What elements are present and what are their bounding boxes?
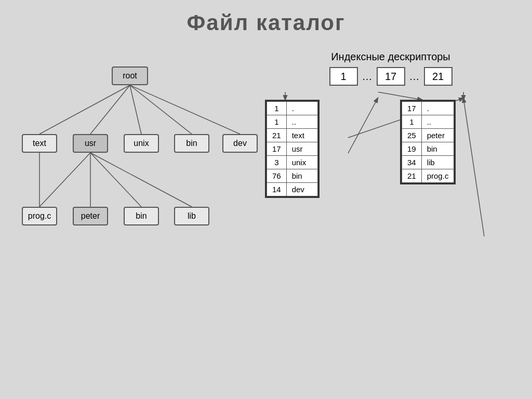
inode-section: Индексные дескрипторы 1 … 17 … 21 bbox=[265, 51, 516, 253]
node-progc: prog.c bbox=[22, 207, 57, 225]
svg-line-8 bbox=[90, 153, 141, 207]
desc-1: 1 bbox=[329, 67, 358, 86]
svg-line-6 bbox=[39, 153, 90, 207]
svg-line-14 bbox=[348, 98, 378, 153]
desc-dots-1: … bbox=[358, 71, 377, 83]
table-row: 17. bbox=[402, 102, 454, 115]
desc-17: 17 bbox=[377, 67, 405, 86]
node-bin2: bin bbox=[124, 207, 159, 225]
table-row: 21text bbox=[267, 129, 318, 142]
table-row: 1.. bbox=[267, 115, 318, 129]
main-content: root text usr unix bin dev prog.c peter … bbox=[0, 41, 532, 253]
svg-line-11 bbox=[378, 92, 422, 100]
node-dev: dev bbox=[222, 134, 258, 153]
table-row: 1.. bbox=[402, 115, 454, 129]
svg-line-9 bbox=[90, 153, 192, 207]
root-table: 1.1..21text17usr3unix76bin14dev bbox=[265, 100, 320, 198]
node-lib: lib bbox=[174, 207, 209, 225]
tables-area: 1.1..21text17usr3unix76bin14dev 17.1..25… bbox=[265, 92, 516, 253]
table-row: 34lib bbox=[402, 156, 454, 169]
table-row: 3unix bbox=[267, 156, 318, 169]
node-unix: unix bbox=[124, 134, 159, 153]
table-row: 76bin bbox=[267, 169, 318, 183]
svg-line-1 bbox=[90, 85, 130, 134]
node-peter: peter bbox=[73, 207, 108, 225]
svg-line-15 bbox=[463, 98, 484, 236]
node-root: root bbox=[112, 66, 148, 85]
table-row: 21prog.c bbox=[402, 169, 454, 183]
svg-line-2 bbox=[130, 85, 141, 134]
tree-section: root text usr unix bin dev prog.c peter … bbox=[16, 51, 244, 253]
desc-dots-2: … bbox=[405, 71, 424, 83]
table-row: 17usr bbox=[267, 142, 318, 156]
table-row: 1. bbox=[267, 102, 318, 115]
table-row: 14dev bbox=[267, 183, 318, 196]
table-row: 19bin bbox=[402, 142, 454, 156]
svg-line-4 bbox=[130, 85, 240, 134]
svg-line-3 bbox=[130, 85, 192, 134]
node-text: text bbox=[22, 134, 57, 153]
table-row: 25peter bbox=[402, 129, 454, 142]
tree-container: root text usr unix bin dev prog.c peter … bbox=[16, 51, 265, 248]
page-title: Файл каталог bbox=[0, 0, 532, 35]
svg-line-0 bbox=[39, 85, 130, 134]
desc-21: 21 bbox=[424, 67, 453, 86]
inode-descriptors: 1 … 17 … 21 bbox=[265, 67, 516, 86]
node-usr: usr bbox=[73, 134, 108, 153]
inode-title: Индексные дескрипторы bbox=[265, 51, 516, 63]
node-bin: bin bbox=[174, 134, 209, 153]
usr-table: 17.1..25peter19bin34lib21prog.c bbox=[400, 100, 456, 184]
